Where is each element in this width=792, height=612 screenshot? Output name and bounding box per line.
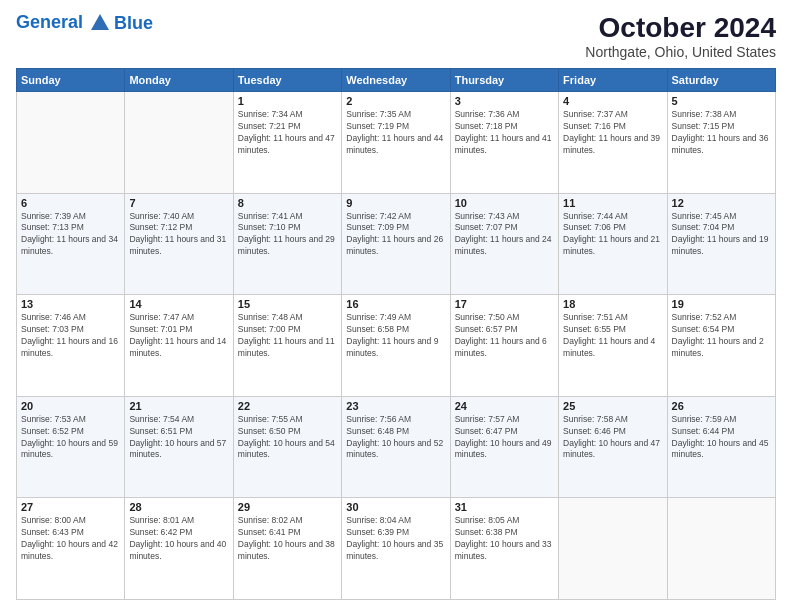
calendar-cell: 26Sunrise: 7:59 AM Sunset: 6:44 PM Dayli… xyxy=(667,396,775,498)
day-info: Sunrise: 7:45 AM Sunset: 7:04 PM Dayligh… xyxy=(672,211,771,259)
day-info: Sunrise: 7:35 AM Sunset: 7:19 PM Dayligh… xyxy=(346,109,445,157)
day-number: 27 xyxy=(21,501,120,513)
calendar-week-1: 1Sunrise: 7:34 AM Sunset: 7:21 PM Daylig… xyxy=(17,92,776,194)
day-number: 21 xyxy=(129,400,228,412)
calendar-cell: 2Sunrise: 7:35 AM Sunset: 7:19 PM Daylig… xyxy=(342,92,450,194)
calendar-cell: 13Sunrise: 7:46 AM Sunset: 7:03 PM Dayli… xyxy=(17,295,125,397)
day-number: 11 xyxy=(563,197,662,209)
calendar-header-thursday: Thursday xyxy=(450,69,558,92)
day-info: Sunrise: 7:55 AM Sunset: 6:50 PM Dayligh… xyxy=(238,414,337,462)
day-number: 18 xyxy=(563,298,662,310)
day-number: 9 xyxy=(346,197,445,209)
day-info: Sunrise: 7:34 AM Sunset: 7:21 PM Dayligh… xyxy=(238,109,337,157)
day-number: 16 xyxy=(346,298,445,310)
calendar-header-sunday: Sunday xyxy=(17,69,125,92)
calendar-header-row: SundayMondayTuesdayWednesdayThursdayFrid… xyxy=(17,69,776,92)
logo: General Blue xyxy=(16,12,153,34)
calendar-cell: 25Sunrise: 7:58 AM Sunset: 6:46 PM Dayli… xyxy=(559,396,667,498)
day-number: 12 xyxy=(672,197,771,209)
page: General Blue October 2024 Northgate, Ohi… xyxy=(0,0,792,612)
calendar-week-5: 27Sunrise: 8:00 AM Sunset: 6:43 PM Dayli… xyxy=(17,498,776,600)
day-number: 1 xyxy=(238,95,337,107)
calendar-cell: 6Sunrise: 7:39 AM Sunset: 7:13 PM Daylig… xyxy=(17,193,125,295)
calendar-cell: 31Sunrise: 8:05 AM Sunset: 6:38 PM Dayli… xyxy=(450,498,558,600)
calendar-cell: 29Sunrise: 8:02 AM Sunset: 6:41 PM Dayli… xyxy=(233,498,341,600)
day-number: 26 xyxy=(672,400,771,412)
day-info: Sunrise: 7:41 AM Sunset: 7:10 PM Dayligh… xyxy=(238,211,337,259)
day-number: 8 xyxy=(238,197,337,209)
day-info: Sunrise: 7:36 AM Sunset: 7:18 PM Dayligh… xyxy=(455,109,554,157)
day-number: 25 xyxy=(563,400,662,412)
day-info: Sunrise: 7:58 AM Sunset: 6:46 PM Dayligh… xyxy=(563,414,662,462)
day-info: Sunrise: 8:04 AM Sunset: 6:39 PM Dayligh… xyxy=(346,515,445,563)
day-info: Sunrise: 7:53 AM Sunset: 6:52 PM Dayligh… xyxy=(21,414,120,462)
calendar-cell: 4Sunrise: 7:37 AM Sunset: 7:16 PM Daylig… xyxy=(559,92,667,194)
calendar-week-4: 20Sunrise: 7:53 AM Sunset: 6:52 PM Dayli… xyxy=(17,396,776,498)
logo-blue: Blue xyxy=(114,13,153,34)
calendar-cell: 30Sunrise: 8:04 AM Sunset: 6:39 PM Dayli… xyxy=(342,498,450,600)
day-info: Sunrise: 7:39 AM Sunset: 7:13 PM Dayligh… xyxy=(21,211,120,259)
calendar-cell: 19Sunrise: 7:52 AM Sunset: 6:54 PM Dayli… xyxy=(667,295,775,397)
calendar-cell: 3Sunrise: 7:36 AM Sunset: 7:18 PM Daylig… xyxy=(450,92,558,194)
day-info: Sunrise: 7:44 AM Sunset: 7:06 PM Dayligh… xyxy=(563,211,662,259)
calendar-cell: 24Sunrise: 7:57 AM Sunset: 6:47 PM Dayli… xyxy=(450,396,558,498)
day-info: Sunrise: 7:49 AM Sunset: 6:58 PM Dayligh… xyxy=(346,312,445,360)
header: General Blue October 2024 Northgate, Ohi… xyxy=(16,12,776,60)
calendar-cell: 7Sunrise: 7:40 AM Sunset: 7:12 PM Daylig… xyxy=(125,193,233,295)
day-info: Sunrise: 7:54 AM Sunset: 6:51 PM Dayligh… xyxy=(129,414,228,462)
day-info: Sunrise: 7:47 AM Sunset: 7:01 PM Dayligh… xyxy=(129,312,228,360)
day-number: 23 xyxy=(346,400,445,412)
day-info: Sunrise: 7:46 AM Sunset: 7:03 PM Dayligh… xyxy=(21,312,120,360)
calendar-cell: 17Sunrise: 7:50 AM Sunset: 6:57 PM Dayli… xyxy=(450,295,558,397)
calendar-cell: 8Sunrise: 7:41 AM Sunset: 7:10 PM Daylig… xyxy=(233,193,341,295)
calendar-header-monday: Monday xyxy=(125,69,233,92)
calendar-cell: 15Sunrise: 7:48 AM Sunset: 7:00 PM Dayli… xyxy=(233,295,341,397)
main-title: October 2024 xyxy=(585,12,776,44)
calendar-cell: 18Sunrise: 7:51 AM Sunset: 6:55 PM Dayli… xyxy=(559,295,667,397)
logo-icon xyxy=(89,12,111,34)
day-info: Sunrise: 8:01 AM Sunset: 6:42 PM Dayligh… xyxy=(129,515,228,563)
day-number: 15 xyxy=(238,298,337,310)
day-info: Sunrise: 7:57 AM Sunset: 6:47 PM Dayligh… xyxy=(455,414,554,462)
calendar-cell xyxy=(667,498,775,600)
svg-marker-0 xyxy=(91,14,109,30)
day-info: Sunrise: 7:42 AM Sunset: 7:09 PM Dayligh… xyxy=(346,211,445,259)
calendar-header-wednesday: Wednesday xyxy=(342,69,450,92)
title-block: October 2024 Northgate, Ohio, United Sta… xyxy=(585,12,776,60)
day-info: Sunrise: 7:38 AM Sunset: 7:15 PM Dayligh… xyxy=(672,109,771,157)
calendar-cell: 5Sunrise: 7:38 AM Sunset: 7:15 PM Daylig… xyxy=(667,92,775,194)
day-info: Sunrise: 8:02 AM Sunset: 6:41 PM Dayligh… xyxy=(238,515,337,563)
logo-text: General xyxy=(16,12,112,34)
day-info: Sunrise: 7:43 AM Sunset: 7:07 PM Dayligh… xyxy=(455,211,554,259)
calendar-cell: 23Sunrise: 7:56 AM Sunset: 6:48 PM Dayli… xyxy=(342,396,450,498)
day-number: 14 xyxy=(129,298,228,310)
calendar-table: SundayMondayTuesdayWednesdayThursdayFrid… xyxy=(16,68,776,600)
calendar-header-friday: Friday xyxy=(559,69,667,92)
subtitle: Northgate, Ohio, United States xyxy=(585,44,776,60)
calendar-cell: 21Sunrise: 7:54 AM Sunset: 6:51 PM Dayli… xyxy=(125,396,233,498)
calendar-cell: 1Sunrise: 7:34 AM Sunset: 7:21 PM Daylig… xyxy=(233,92,341,194)
day-info: Sunrise: 7:56 AM Sunset: 6:48 PM Dayligh… xyxy=(346,414,445,462)
day-number: 28 xyxy=(129,501,228,513)
day-number: 5 xyxy=(672,95,771,107)
day-number: 19 xyxy=(672,298,771,310)
calendar-cell: 28Sunrise: 8:01 AM Sunset: 6:42 PM Dayli… xyxy=(125,498,233,600)
calendar-cell: 14Sunrise: 7:47 AM Sunset: 7:01 PM Dayli… xyxy=(125,295,233,397)
calendar-header-tuesday: Tuesday xyxy=(233,69,341,92)
day-number: 4 xyxy=(563,95,662,107)
day-number: 22 xyxy=(238,400,337,412)
day-number: 31 xyxy=(455,501,554,513)
calendar-cell: 12Sunrise: 7:45 AM Sunset: 7:04 PM Dayli… xyxy=(667,193,775,295)
calendar-cell: 10Sunrise: 7:43 AM Sunset: 7:07 PM Dayli… xyxy=(450,193,558,295)
day-number: 30 xyxy=(346,501,445,513)
logo-general: General xyxy=(16,12,83,32)
day-info: Sunrise: 8:05 AM Sunset: 6:38 PM Dayligh… xyxy=(455,515,554,563)
calendar-cell xyxy=(559,498,667,600)
day-number: 6 xyxy=(21,197,120,209)
calendar-cell xyxy=(17,92,125,194)
day-number: 2 xyxy=(346,95,445,107)
day-info: Sunrise: 7:40 AM Sunset: 7:12 PM Dayligh… xyxy=(129,211,228,259)
day-number: 7 xyxy=(129,197,228,209)
day-number: 17 xyxy=(455,298,554,310)
day-info: Sunrise: 7:51 AM Sunset: 6:55 PM Dayligh… xyxy=(563,312,662,360)
